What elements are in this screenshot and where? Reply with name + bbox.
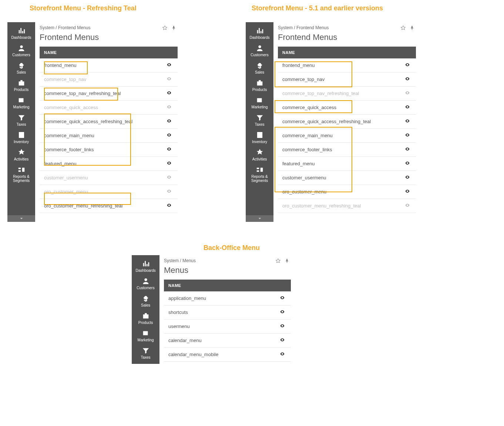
- table-row[interactable]: commerce_quick_access_refreshing_teal: [40, 115, 178, 129]
- marketing-icon: [142, 329, 150, 337]
- pin-icon[interactable]: [284, 258, 290, 264]
- activities-icon: [17, 148, 26, 156]
- visibility-cell[interactable]: [162, 115, 178, 129]
- visibility-cell[interactable]: [162, 199, 178, 213]
- sidebar-item-sales[interactable]: $Sales: [7, 60, 35, 77]
- sidebar-item-customers[interactable]: Customers: [246, 43, 273, 60]
- sidebar-item-inventory[interactable]: Inventory: [246, 129, 273, 147]
- svg-text:$: $: [144, 295, 147, 302]
- table-row[interactable]: shortcuts: [164, 305, 291, 320]
- sidebar-item-dashboards[interactable]: Dashboards: [246, 25, 273, 43]
- visibility-cell[interactable]: [162, 185, 178, 199]
- visibility-cell[interactable]: [162, 87, 178, 101]
- sidebar-item-marketing[interactable]: Marketing: [246, 95, 273, 112]
- sidebar-item-dashboards[interactable]: Dashboards: [132, 258, 159, 275]
- sidebar-item-sales[interactable]: $Sales: [132, 293, 159, 310]
- table-row[interactable]: oro_customer_menu_refreshing_teal: [278, 199, 416, 213]
- eye-icon: [167, 132, 172, 138]
- visibility-cell[interactable]: [400, 101, 416, 115]
- sidebar-expand[interactable]: [246, 215, 273, 222]
- table-row[interactable]: commerce_main_menu: [278, 129, 416, 143]
- breadcrumb[interactable]: System / Menus: [164, 257, 291, 265]
- visibility-cell[interactable]: [275, 305, 291, 320]
- table-row[interactable]: usermenu: [164, 320, 291, 334]
- visibility-cell[interactable]: [400, 171, 416, 185]
- visibility-cell[interactable]: [162, 157, 178, 171]
- sidebar-item-label: Customers: [12, 53, 30, 57]
- sidebar-item-marketing[interactable]: Marketing: [132, 328, 159, 345]
- visibility-cell[interactable]: [400, 129, 416, 143]
- visibility-cell[interactable]: [275, 348, 291, 362]
- visibility-cell[interactable]: [400, 199, 416, 213]
- table-row[interactable]: calendar_menu: [164, 334, 291, 348]
- table-row[interactable]: commerce_top_nav_refreshing_teal: [40, 87, 178, 101]
- table-row[interactable]: customer_usermenu: [278, 171, 416, 185]
- sidebar-item-products[interactable]: Products: [7, 77, 35, 95]
- sidebar-item-marketing[interactable]: Marketing: [7, 95, 35, 112]
- star-icon[interactable]: [400, 25, 406, 31]
- breadcrumb[interactable]: System / Frontend Menus: [40, 24, 178, 32]
- taxes-icon: [17, 114, 26, 122]
- visibility-cell[interactable]: [400, 143, 416, 157]
- table-row[interactable]: customer_usermenu: [40, 171, 178, 185]
- table-row[interactable]: commerce_main_menu: [40, 129, 178, 143]
- table-row[interactable]: commerce_footer_links: [40, 143, 178, 157]
- visibility-cell[interactable]: [400, 185, 416, 199]
- sidebar-item-activities[interactable]: Activities: [246, 147, 273, 164]
- table-row[interactable]: calendar_menu_mobile: [164, 348, 291, 362]
- sidebar-expand[interactable]: [7, 215, 35, 222]
- table-row[interactable]: oro_customer_menu: [40, 185, 178, 199]
- sidebar-item-activities[interactable]: Activities: [7, 147, 35, 164]
- eye-icon: [405, 146, 410, 152]
- table-row[interactable]: oro_customer_menu: [278, 185, 416, 199]
- visibility-cell[interactable]: [162, 101, 178, 115]
- visibility-cell[interactable]: [275, 291, 291, 305]
- pin-icon[interactable]: [171, 25, 177, 31]
- menu-name-cell: usermenu: [164, 320, 275, 334]
- visibility-cell[interactable]: [162, 129, 178, 143]
- sidebar-item-inventory[interactable]: Inventory: [7, 129, 35, 147]
- visibility-cell[interactable]: [162, 143, 178, 157]
- table-row[interactable]: commerce_top_nav: [278, 72, 416, 87]
- visibility-cell[interactable]: [400, 115, 416, 129]
- page-title: Frontend Menus: [40, 33, 178, 42]
- sidebar-item-products[interactable]: Products: [246, 77, 273, 95]
- table-row[interactable]: commerce_top_nav_refreshing_teal: [278, 87, 416, 101]
- visibility-cell[interactable]: [275, 320, 291, 334]
- sidebar-item-customers[interactable]: Customers: [7, 43, 35, 60]
- sidebar-item-dashboards[interactable]: Dashboards: [7, 25, 35, 43]
- table-row[interactable]: application_menu: [164, 291, 291, 305]
- sidebar-item-reports-segments[interactable]: Reports & Segments: [7, 164, 35, 186]
- sidebar-item-customers[interactable]: Customers: [132, 275, 159, 293]
- visibility-cell[interactable]: [162, 171, 178, 185]
- table-row[interactable]: commerce_quick_access: [278, 101, 416, 115]
- pin-icon[interactable]: [409, 25, 415, 31]
- star-icon[interactable]: [275, 258, 281, 264]
- table-row[interactable]: oro_customer_menu_refreshing_teal: [40, 199, 178, 213]
- table-row[interactable]: commerce_top_nav: [40, 72, 178, 87]
- heading-right: Storefront Menu - 5.1 and earlier versio…: [252, 4, 383, 12]
- table-row[interactable]: featured_menu: [40, 157, 178, 171]
- sidebar-item-taxes[interactable]: Taxes: [132, 345, 159, 362]
- visibility-cell[interactable]: [400, 58, 416, 72]
- breadcrumb[interactable]: System / Frontend Menus: [278, 24, 416, 32]
- visibility-cell[interactable]: [162, 72, 178, 87]
- visibility-cell[interactable]: [400, 72, 416, 87]
- table-row[interactable]: frontend_menu: [278, 58, 416, 72]
- menu-name-cell: featured_menu: [278, 157, 400, 171]
- table-row[interactable]: commerce_footer_links: [278, 143, 416, 157]
- table-row[interactable]: commerce_quick_access: [40, 101, 178, 115]
- sidebar-item-products[interactable]: Products: [132, 310, 159, 328]
- visibility-cell[interactable]: [400, 157, 416, 171]
- table-row[interactable]: featured_menu: [278, 157, 416, 171]
- sidebar-item-reports-segments[interactable]: Reports & Segments: [246, 164, 273, 186]
- table-row[interactable]: commerce_quick_access_refreshing_teal: [278, 115, 416, 129]
- visibility-cell[interactable]: [162, 58, 178, 72]
- star-icon[interactable]: [162, 25, 168, 31]
- sidebar-item-sales[interactable]: $Sales: [246, 60, 273, 77]
- sidebar-item-taxes[interactable]: Taxes: [7, 112, 35, 129]
- visibility-cell[interactable]: [400, 87, 416, 101]
- visibility-cell[interactable]: [275, 334, 291, 348]
- sidebar-item-taxes[interactable]: Taxes: [246, 112, 273, 129]
- table-row[interactable]: frontend_menu: [40, 58, 178, 72]
